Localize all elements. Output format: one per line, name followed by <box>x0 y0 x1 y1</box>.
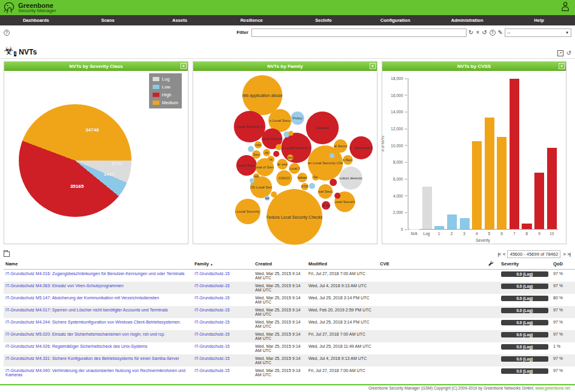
bar-2[interactable] <box>447 214 457 229</box>
family-bubble[interactable] <box>276 144 282 150</box>
family-bubble[interactable]: ar ose <box>277 159 288 170</box>
family-bubble[interactable]: General <box>306 111 339 144</box>
family-bubble[interactable]: Local S <box>289 163 300 174</box>
nvt-name-link[interactable]: IT-Grundschutz M4.244: Sichere Systemkon… <box>5 320 181 324</box>
family-bubble[interactable]: al Se <box>322 201 330 210</box>
panel-title-cvss[interactable]: NVTs by CVSS x <box>382 62 566 71</box>
family-bubble[interactable]: Sec <box>252 150 261 159</box>
family-bubble[interactable]: FTP <box>301 183 308 190</box>
family-bubble[interactable] <box>330 153 334 158</box>
column-header-created[interactable]: Created <box>253 259 307 270</box>
family-bubble[interactable] <box>288 131 293 136</box>
refresh-dashboard-icon[interactable]: ↺ <box>567 50 571 56</box>
family-bubble[interactable]: roduct detectio <box>339 167 362 190</box>
update-filter-icon[interactable]: ↻ <box>468 30 473 36</box>
family-bubble[interactable] <box>250 178 254 183</box>
column-header-qod[interactable]: QoD <box>551 259 575 270</box>
family-bubble[interactable]: b Rem <box>343 155 353 165</box>
nav-item-scans[interactable]: Scans <box>72 15 144 25</box>
nvt-family-link[interactable]: IT-Grundschutz-15 <box>194 368 230 373</box>
reset-filter-icon[interactable]: ↺ <box>482 30 487 36</box>
bar-6[interactable] <box>497 137 507 229</box>
nvt-family-link[interactable]: IT-Grundschutz-15 <box>194 284 230 288</box>
family-bubble[interactable]: Policy <box>291 111 304 125</box>
nav-item-dashboards[interactable]: Dashboards <box>0 15 72 25</box>
family-bubble[interactable] <box>273 151 279 157</box>
nvt-name-link[interactable]: IT-Grundschutz M5.147: Absicherung der K… <box>5 296 159 300</box>
next-page-button[interactable]: > <box>563 251 565 257</box>
nav-item-help[interactable]: Help <box>503 15 575 25</box>
family-bubble[interactable]: Fedora Local Security Checks <box>267 189 322 245</box>
nav-item-configuration[interactable]: Configuration <box>359 15 431 25</box>
family-bubble[interactable]: Se <box>312 173 319 181</box>
family-bubble[interactable]: dsk <box>287 154 293 161</box>
family-bubble[interactable]: atabase <box>297 173 307 182</box>
nav-item-secinfo[interactable]: SecInfo <box>288 15 360 25</box>
family-bubble[interactable] <box>330 179 337 186</box>
column-header-family[interactable]: Family ▲ <box>193 259 253 270</box>
bar-1[interactable] <box>434 226 444 229</box>
bar-4[interactable] <box>472 141 482 229</box>
bar-10[interactable] <box>547 148 557 229</box>
close-icon[interactable]: x <box>370 63 376 69</box>
column-header-name[interactable]: Name <box>4 259 193 270</box>
column-header-modified[interactable]: Modified <box>307 259 378 270</box>
new-dashboard-display-icon[interactable]: ↗ <box>557 50 563 56</box>
close-icon[interactable]: x <box>181 63 187 69</box>
column-header-cve[interactable]: CVE <box>378 259 486 270</box>
family-bubble[interactable] <box>248 146 254 152</box>
column-header-solution-type[interactable] <box>486 259 499 270</box>
filter-input[interactable] <box>251 28 467 37</box>
prev-page-button[interactable]: < <box>503 251 505 257</box>
user-menu-button[interactable] <box>560 1 570 14</box>
family-bubble[interactable] <box>309 183 315 189</box>
first-page-button[interactable]: |< <box>498 251 500 257</box>
nav-item-resilience[interactable]: Resilience <box>216 15 288 25</box>
family-bubble[interactable]: Local Securit <box>318 184 333 199</box>
nav-item-assets[interactable]: Assets <box>144 15 216 25</box>
family-bubble[interactable] <box>271 191 277 198</box>
bar-7[interactable] <box>510 79 519 229</box>
family-bubble[interactable]: ds <box>265 196 270 201</box>
bar-8[interactable] <box>522 224 531 229</box>
family-bubble[interactable]: ra <box>267 156 274 163</box>
panel-title-severity-class[interactable]: NVTs by Severity Class x <box>4 62 188 71</box>
bar-3[interactable] <box>460 218 470 229</box>
nvt-family-link[interactable]: IT-Grundschutz-15 <box>194 344 230 348</box>
nvt-family-link[interactable]: IT-Grundschutz-15 <box>194 308 230 312</box>
panel-title-family[interactable]: NVTs by Family x <box>193 62 377 71</box>
filter-help-icon[interactable]: ? <box>490 30 496 36</box>
nvt-name-link[interactable]: IT-Grundschutz M4.040: Verhinderung der … <box>5 368 185 377</box>
filter-dropdown[interactable]: -- ▼ <box>505 28 571 37</box>
nvt-family-link[interactable]: IT-Grundschutz-15 <box>194 271 230 276</box>
nvt-family-link[interactable]: IT-Grundschutz-15 <box>194 296 230 300</box>
greenbone-link[interactable]: www.greenbone.net <box>536 386 570 390</box>
family-bubble[interactable] <box>334 193 341 199</box>
last-page-button[interactable]: >| <box>568 251 570 257</box>
family-bubble[interactable]: e : Microsoft B <box>350 136 373 159</box>
family-bubble[interactable]: ndo <box>254 141 262 148</box>
nvt-name-link[interactable]: IT-Grundschutz M4.026: Regelmäßiger Sich… <box>5 344 147 348</box>
nvt-family-link[interactable]: IT-Grundschutz-15 <box>194 356 230 360</box>
nvt-name-link[interactable]: IT-Grundschutz M4.063: Einsatz von Viren… <box>5 284 124 288</box>
nav-item-administration[interactable]: Administration <box>431 15 504 25</box>
delete-filter-icon[interactable]: × <box>476 30 479 36</box>
nvt-name-link[interactable]: IT-Grundschutz M4.017: Sperren und Lösch… <box>5 308 168 312</box>
nvt-name-link[interactable]: IT-Grundschutz M5.020: Einsatz der Siche… <box>5 332 164 336</box>
family-bubble[interactable] <box>287 139 291 144</box>
family-bubble[interactable]: ndr <box>253 173 259 179</box>
family-bubble[interactable]: Local Security C <box>234 111 265 142</box>
column-header-severity[interactable]: Severity <box>499 259 551 270</box>
edit-filter-icon[interactable]: ✎ <box>498 30 503 36</box>
nvt-name-link[interactable]: IT-Grundschutz M4.016: Zugangsbeschränku… <box>5 271 185 276</box>
nvt-family-link[interactable]: IT-Grundschutz-15 <box>194 320 230 324</box>
nvt-family-link[interactable]: IT-Grundschutz-15 <box>194 332 230 336</box>
family-bubble[interactable] <box>317 168 323 174</box>
nvt-name-link[interactable]: IT-Grundschutz M4.331: Sichere Konfigura… <box>5 356 179 360</box>
bar-5[interactable] <box>485 118 494 229</box>
fold-page-icon[interactable] <box>4 251 10 257</box>
bar-Log[interactable] <box>422 187 432 229</box>
family-bubble[interactable]: ds <box>263 149 270 156</box>
family-bubble[interactable]: tu Local Security C <box>235 199 261 224</box>
page-help-icon[interactable]: ? <box>4 30 10 36</box>
